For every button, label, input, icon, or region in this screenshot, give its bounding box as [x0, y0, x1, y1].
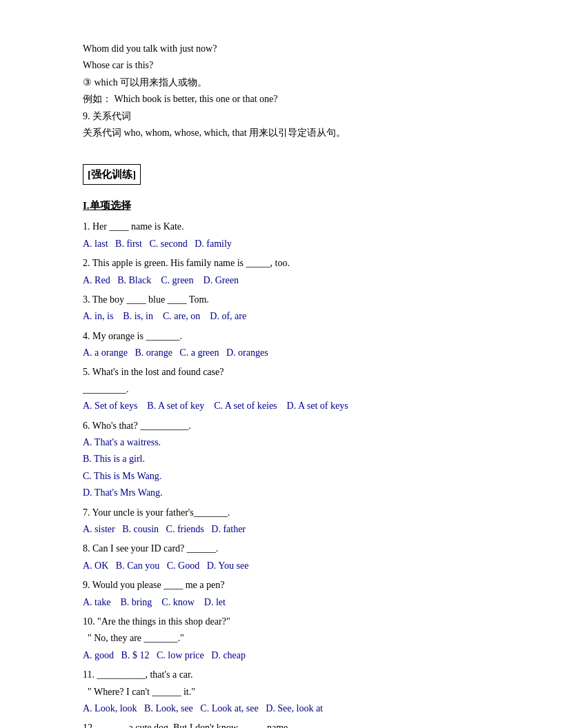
- intro-line-5: 9. 关系代词: [83, 109, 508, 124]
- intro-line-1: Whom did you talk with just now?: [83, 41, 508, 57]
- question-8: 8. Can I see your ID card? ______. A. OK…: [83, 541, 508, 574]
- subsection-title: I.单项选择: [83, 197, 508, 214]
- intro-line-3: ③ which 可以用来指人或物。: [83, 75, 508, 90]
- intro-line-4: 例如： Which book is better, this one or th…: [83, 92, 508, 107]
- intro-line-6: 关系代词 who, whom, whose, which, that 用来以引导…: [83, 125, 508, 141]
- question-9: 9. Would you please ____ me a pen? A. ta…: [83, 578, 508, 610]
- intro-line-2: Whose car is this?: [83, 58, 508, 73]
- section-title: [强化训练]: [83, 164, 141, 185]
- question-7: 7. Your uncle is your father's_______. A…: [83, 505, 508, 538]
- question-4: 4. My orange is _______. A. a orange B. …: [83, 329, 508, 361]
- intro-section: Whom did you talk with just now? Whose c…: [83, 41, 508, 141]
- question-2: 2. This apple is green. His family name …: [83, 256, 508, 288]
- question-5: 5. What's in the lost and found case? __…: [83, 365, 508, 414]
- question-6: 6. Who's that? __________. A. That's a w…: [83, 418, 508, 501]
- question-10: 10. "Are the things in this shop dear?" …: [83, 614, 508, 663]
- question-3: 3. The boy ____ blue ____ Tom. A. in, is…: [83, 292, 508, 325]
- question-1: 1. Her ____ name is Kate. A. last B. fir…: [83, 219, 508, 252]
- question-11: 11. __________, that's a car. " Where? I…: [83, 667, 508, 716]
- question-12: 12. ______ a cute dog. But I don't know …: [83, 720, 508, 728]
